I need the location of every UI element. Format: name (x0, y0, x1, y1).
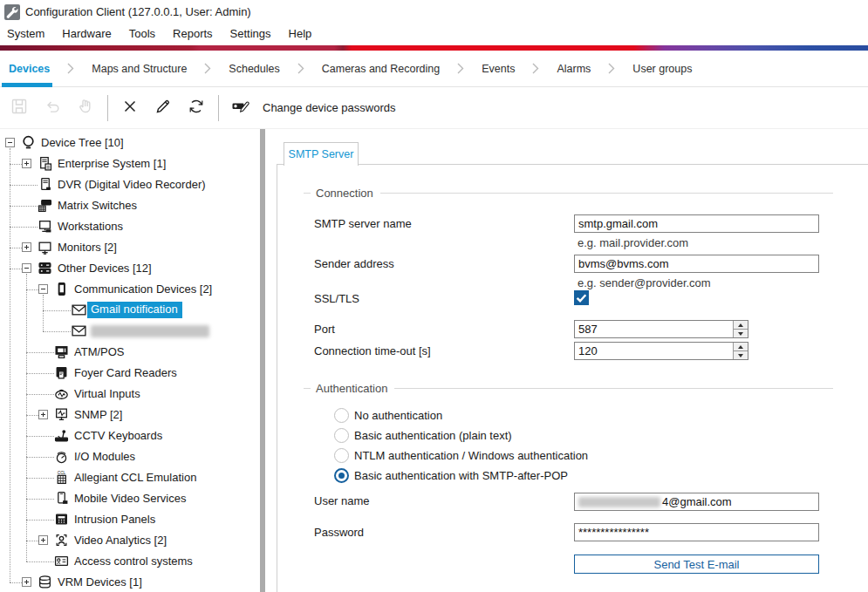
tree-connector-line (10, 164, 22, 165)
ssl-tls-checkbox[interactable] (574, 290, 589, 305)
enterprise-system-icon (38, 156, 54, 172)
tree-item-label: Virtual Inputs (74, 387, 140, 401)
nav-tab-events[interactable]: Events (475, 63, 521, 75)
tree-item-intrusion-panels[interactable]: Intrusion Panels (0, 509, 260, 530)
user-name-input[interactable]: 4@gmail.com (574, 493, 819, 511)
toolbar: Change device passwords (0, 87, 868, 129)
tree-connector-line (26, 394, 54, 395)
tab-smtp-server[interactable]: SMTP Server (284, 142, 359, 166)
card-reader-icon (54, 365, 71, 381)
nav-tab-schedules[interactable]: Schedules (222, 63, 285, 75)
tree-item-label: Allegiant CCL Emulation (74, 471, 196, 485)
app-wrench-icon (3, 3, 22, 22)
tree-item-label: Workstations (58, 220, 123, 234)
tree-item-snmp[interactable]: SNMP [2] (0, 405, 260, 425)
chevron-right-icon (608, 63, 615, 74)
nav-tab-alarms[interactable]: Alarms (550, 63, 597, 75)
sender-address-input[interactable] (574, 255, 819, 273)
communication-device-icon (54, 282, 71, 297)
tree-item-matrix-switches[interactable]: Matrix Switches (0, 195, 260, 216)
radio-unselected[interactable] (334, 428, 349, 443)
port-input[interactable] (575, 321, 733, 337)
collapse-minus-icon[interactable] (22, 263, 31, 273)
smtp-server-name-hint: e.g. mail.provider.com (578, 236, 688, 249)
ccl-emulation-icon: CCL (54, 470, 71, 486)
tree-item-vrm-devices[interactable]: VRM Devices [1] (0, 572, 260, 592)
tree-item-foyer-card-readers[interactable]: Foyer Card Readers (0, 363, 260, 384)
sender-address-label: Sender address (314, 257, 394, 270)
tree-item-other-devices[interactable]: Other Devices [12] (0, 258, 260, 279)
expand-plus-icon[interactable] (38, 410, 48, 419)
tree-item-video-analytics[interactable]: Video Analytics [2] (0, 530, 260, 551)
expand-plus-icon[interactable] (38, 535, 48, 545)
menu-settings[interactable]: Settings (222, 23, 280, 45)
tree-item-mobile-video-services[interactable]: Mobile Video Services (0, 488, 260, 509)
nav-tab-cameras-and-recording[interactable]: Cameras and Recording (316, 63, 447, 75)
intrusion-panel-icon (54, 512, 71, 527)
tree-item-allegiant-ccl[interactable]: CCLAllegiant CCL Emulation (0, 467, 260, 488)
pane-splitter[interactable] (260, 129, 265, 592)
menu-tools[interactable]: Tools (120, 23, 164, 45)
other-devices-icon (38, 261, 54, 276)
refresh-button[interactable] (180, 93, 213, 123)
radio-selected[interactable] (334, 468, 349, 483)
tree-item-cctv-keyboards[interactable]: CCTV Keyboards (0, 425, 260, 446)
tree-item-dvr[interactable]: DVR (Digital Video Recorder) (0, 174, 260, 195)
tree-connector-line (43, 310, 71, 311)
expand-plus-icon[interactable] (22, 242, 31, 252)
nav-tab-user-groups[interactable]: User groups (626, 63, 698, 75)
nav-tab-maps-and-structure[interactable]: Maps and Structure (85, 63, 193, 75)
collapse-minus-icon[interactable] (5, 138, 15, 147)
delete-button[interactable] (113, 93, 147, 123)
tree-item-access-control-systems[interactable]: Access control systems (0, 551, 260, 572)
port-spin-up-icon[interactable] (734, 321, 748, 329)
auth-option-row: Basic authentication with SMTP-after-POP (334, 468, 588, 488)
menu-hardware[interactable]: Hardware (53, 23, 120, 45)
hand-icon (76, 97, 95, 119)
timeout-spin-up-icon[interactable] (734, 343, 748, 350)
tree-item-gmail-notification[interactable]: Gmail notification (0, 300, 260, 321)
tree-item-io-modules[interactable]: I/O Modules (0, 446, 260, 467)
tree-item-label: CCTV Keyboards (74, 429, 162, 443)
collapse-minus-icon[interactable] (38, 284, 48, 294)
tree-item-label: VRM Devices [1] (58, 575, 142, 589)
edit-button[interactable] (147, 93, 180, 123)
tree-item-device-tree[interactable]: Device Tree [10] (0, 133, 260, 153)
tree-connector-line (10, 227, 38, 228)
tree-connector-line (26, 478, 54, 479)
email-icon (71, 323, 87, 339)
password-input[interactable] (574, 523, 819, 541)
tree-item-label: Intrusion Panels (74, 513, 155, 527)
auth-option-row: NTLM authentication / Windows authentica… (334, 448, 588, 468)
radio-unselected[interactable] (334, 408, 349, 423)
expand-plus-icon[interactable] (22, 577, 31, 587)
timeout-input[interactable] (575, 343, 733, 359)
radio-unselected[interactable] (334, 448, 349, 463)
nav-tab-devices[interactable]: Devices (0, 63, 56, 75)
tree-connector-line (26, 520, 54, 521)
tree-item-atm-pos[interactable]: ATM/POS (0, 342, 260, 363)
tree-connector-line (26, 352, 54, 353)
pencil-icon (154, 97, 173, 119)
change-passwords-button[interactable] (224, 93, 257, 123)
tree-item-virtual-inputs[interactable]: Virtual Inputs (0, 384, 260, 405)
tree-item-email-device-redacted[interactable] (0, 321, 260, 342)
sender-address-hint: e.g. sender@provider.com (578, 276, 711, 289)
timeout-spinner (574, 342, 748, 360)
expand-plus-icon[interactable] (22, 159, 31, 168)
timeout-spin-down-icon[interactable] (734, 350, 748, 359)
menu-reports[interactable]: Reports (164, 23, 222, 45)
tree-item-enterprise-system[interactable]: Enterprise System [1] (0, 153, 260, 174)
send-test-email-button[interactable]: Send Test E-mail (574, 555, 819, 574)
smtp-server-name-input[interactable] (574, 214, 819, 233)
port-spin-down-icon[interactable] (734, 329, 748, 337)
delete-x-icon (120, 97, 140, 119)
user-name-label: User name (314, 494, 370, 507)
menu-help[interactable]: Help (280, 23, 321, 45)
menu-system[interactable]: System (0, 23, 53, 45)
tree-item-monitors[interactable]: Monitors [2] (0, 237, 260, 258)
email-icon (71, 303, 87, 318)
tree-connector-line (10, 185, 38, 186)
tree-item-workstations[interactable]: Workstations (0, 216, 260, 237)
tree-item-communication-devices[interactable]: Communication Devices [2] (0, 279, 260, 300)
